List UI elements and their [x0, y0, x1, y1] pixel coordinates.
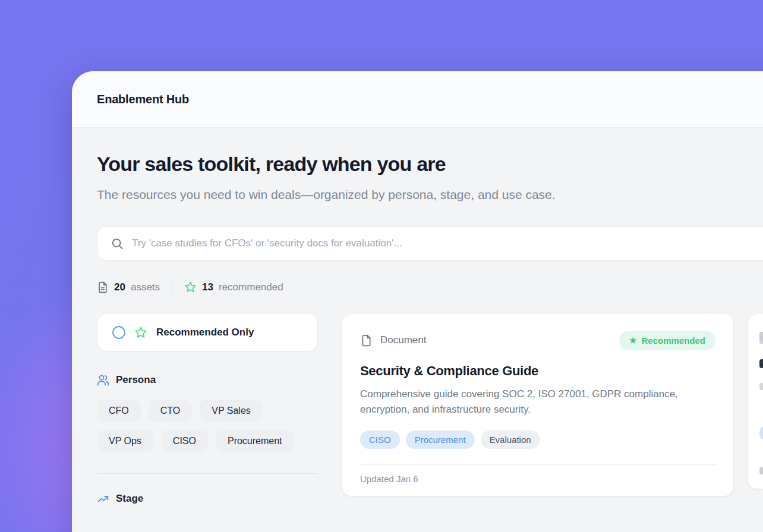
- tag-procurement[interactable]: Procurement: [406, 430, 475, 449]
- main-row: Recommended Only Persona CFO CTO VP Sale…: [97, 314, 763, 505]
- stats-row: 20 assets 13 recommended: [97, 280, 763, 294]
- star-outline-icon: [134, 326, 147, 339]
- persona-chip-cto[interactable]: CTO: [149, 400, 192, 422]
- card-updated-date: Updated Jan 6: [360, 464, 715, 496]
- main-panel: Enablement Hub Your sales toolkit, ready…: [72, 71, 763, 532]
- partial-card-type-icon: [759, 332, 763, 344]
- persona-chip-procurement[interactable]: Procurement: [216, 430, 294, 452]
- persona-section-header: Persona: [97, 374, 318, 387]
- recommended-stat: 13 recommended: [184, 281, 283, 293]
- persona-chip-vp-ops[interactable]: VP Ops: [97, 430, 153, 452]
- page-title: Your sales toolkit, ready when you are: [97, 153, 763, 176]
- recommended-badge-label: Recommended: [641, 335, 705, 346]
- persona-section-label: Persona: [116, 374, 156, 386]
- assets-count: 20: [114, 281, 125, 293]
- star-filled-icon: ★: [629, 336, 637, 344]
- app-title: Enablement Hub: [97, 93, 189, 106]
- stage-section-label: Stage: [116, 493, 143, 505]
- cards-grid: Document ★ Recommended Security & Compli…: [342, 314, 763, 497]
- asset-card-security-compliance-guide[interactable]: Document ★ Recommended Security & Compli…: [342, 314, 734, 497]
- partial-card-tag-fragment: [759, 425, 763, 441]
- card-type-label: Document: [380, 334, 426, 346]
- panel-content: Your sales toolkit, ready when you are T…: [72, 128, 763, 505]
- stage-section-header: Stage: [97, 493, 318, 505]
- file-icon: [360, 334, 373, 347]
- card-tags: CISO Procurement Evaluation: [360, 430, 715, 449]
- filters-divider: [97, 473, 318, 474]
- asset-card-partial[interactable]: [748, 314, 763, 489]
- card-type: Document: [360, 334, 426, 347]
- toggle-circle-icon[interactable]: [112, 326, 125, 339]
- recommended-label: recommended: [219, 281, 283, 293]
- partial-card-description-fragment: [759, 383, 763, 390]
- page-subtitle: The resources you need to win deals—orga…: [97, 185, 590, 205]
- recommended-badge: ★ Recommended: [619, 331, 715, 350]
- app-header: Enablement Hub: [72, 71, 763, 128]
- filters-sidebar: Recommended Only Persona CFO CTO VP Sale…: [97, 314, 318, 505]
- users-icon: [97, 374, 109, 387]
- tag-ciso[interactable]: CISO: [360, 430, 400, 449]
- card-type-row: Document ★ Recommended: [360, 331, 715, 350]
- persona-chip-ciso[interactable]: CISO: [161, 430, 208, 452]
- partial-card-title-fragment: [759, 359, 763, 368]
- recommended-only-label: Recommended Only: [156, 327, 254, 338]
- assets-stat: 20 assets: [97, 281, 160, 293]
- stats-divider: [172, 280, 172, 294]
- persona-chip-vp-sales[interactable]: VP Sales: [200, 400, 263, 422]
- persona-chip-cfo[interactable]: CFO: [97, 400, 141, 422]
- trending-up-icon: [97, 493, 109, 505]
- star-outline-icon: [184, 281, 197, 293]
- persona-chips: CFO CTO VP Sales VP Ops CISO Procurement: [97, 400, 323, 452]
- partial-card-footer-fragment: [759, 467, 763, 474]
- tag-evaluation[interactable]: Evaluation: [481, 430, 540, 449]
- assets-label: assets: [131, 281, 160, 293]
- file-text-icon: [97, 281, 109, 293]
- recommended-count: 13: [202, 281, 213, 293]
- recommended-only-toggle[interactable]: Recommended Only: [97, 314, 318, 352]
- card-description: Comprehensive guide covering SOC 2, ISO …: [360, 387, 711, 418]
- search-bar[interactable]: [97, 226, 763, 261]
- card-title[interactable]: Security & Compliance Guide: [360, 363, 715, 379]
- search-icon: [111, 237, 124, 250]
- search-input[interactable]: [132, 238, 763, 249]
